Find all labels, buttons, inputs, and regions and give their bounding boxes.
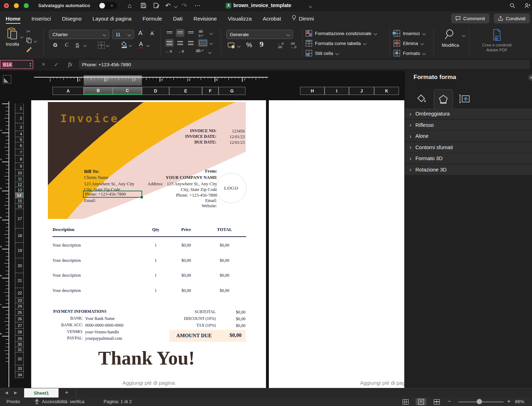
table-cell[interactable]: $0,00 [210,273,239,278]
column-header-b[interactable]: B [84,87,113,95]
edit-chevron[interactable] [462,34,466,37]
row-header-26[interactable]: 26 [15,316,24,322]
format-cells-button[interactable]: Formato [394,50,425,56]
pane-tab-fill-line[interactable] [412,89,431,108]
align-top-icon[interactable] [165,29,174,37]
align-left-icon[interactable] [165,39,174,47]
row-header-22[interactable]: 22 [15,288,24,298]
page-layout-view-button[interactable] [416,398,426,405]
row-header-6[interactable]: 6 [15,142,24,149]
table-cell[interactable]: Your description [52,273,141,278]
font-size-select[interactable]: 11 [112,30,134,39]
ribbon-tab-home[interactable]: Home [6,11,21,26]
search-icon[interactable] [510,3,515,9]
accounting-chevron[interactable] [237,44,241,48]
select-all-corner[interactable] [3,75,11,84]
row-header-10[interactable]: 10 [15,170,24,176]
row-header-16[interactable]: 16 [15,204,24,209]
bold-button[interactable]: G [53,42,57,48]
table-cell[interactable]: $0,00 [173,243,199,248]
decrease-indent-icon[interactable]: ←≡ [165,49,172,54]
table-cell[interactable]: Your description [52,243,141,248]
ribbon-tab-visualizza[interactable]: Visualizza [228,11,251,26]
column-header-f[interactable]: F [202,87,218,95]
column-header-e[interactable]: E [169,87,202,95]
row-header-9[interactable]: 9 [15,163,24,170]
add-sheet-icon[interactable]: + [65,389,68,396]
row-header-3[interactable]: 3 [15,123,24,131]
table-cell[interactable]: Your description [52,288,141,293]
row-header-13[interactable]: 13 [15,187,24,193]
row-header-19[interactable]: 19 [15,243,24,258]
fill-color-icon[interactable] [121,41,128,48]
confirm-entry-icon[interactable]: ✓ [54,61,59,68]
wrap-text-icon[interactable]: abc↩ [199,29,204,38]
more-commands-icon[interactable]: ⋯ [194,2,200,9]
borders-chevron[interactable] [106,44,110,47]
row-header-14[interactable]: 14 [15,193,24,198]
edit-find-button[interactable]: Modifica [439,28,462,48]
close-window-button[interactable] [4,3,9,8]
column-header-h[interactable]: H [300,87,325,95]
ribbon-tab-inserisci[interactable]: Inserisci [32,11,51,26]
row-header-15[interactable]: 15 [15,198,24,204]
pane-section-riflesso[interactable]: ›Riflesso [405,120,532,130]
borders-icon[interactable] [98,42,105,49]
row-header-2[interactable]: 2 [15,113,24,123]
pane-section-alone[interactable]: ›Alone [405,131,532,141]
pane-tab-size-properties[interactable] [455,89,473,108]
table-cell[interactable]: 1 [143,288,168,293]
close-pane-icon[interactable]: ✕ [528,74,532,81]
sheet-tab-sheet1[interactable]: Sheet1 [24,388,59,398]
table-cell[interactable]: 1 [143,243,168,248]
align-center-icon[interactable] [176,39,184,47]
merge-center-icon[interactable]: ↔ [198,39,208,47]
redo-icon[interactable]: ↷ [182,2,187,9]
pane-tab-effects[interactable] [434,89,453,108]
formula-input[interactable]: Phone: +123-456-7890 [79,60,530,69]
row-header-7[interactable]: 7 [15,149,24,156]
active-cell[interactable]: Phone: +123-456-7890 [83,191,142,198]
document-title[interactable]: brown_invoice_template [233,2,291,8]
comments-button[interactable]: Commenti [451,13,489,23]
accessibility-status[interactable]: Accessibilità: verifica [42,399,84,404]
copy-dropdown-chevron[interactable] [34,39,37,43]
share-button[interactable]: Condividi [494,13,530,23]
wrap-text-chevron[interactable] [210,32,213,35]
share-people-icon[interactable] [524,3,531,9]
table-cell[interactable]: $0,00 [173,273,199,278]
font-name-select[interactable]: Charter [49,30,109,39]
ribbon-tab-revisione[interactable]: Revisione [194,11,217,26]
column-header-c[interactable]: C [113,87,142,95]
undo-icon[interactable]: ↶ [165,2,171,9]
number-format-select[interactable]: Generale [226,30,293,39]
page-break-view-button[interactable] [431,398,442,405]
zoom-in-icon[interactable]: + [507,398,510,405]
table-cell[interactable]: $0,00 [173,258,199,263]
row-header-23[interactable]: 23 [15,298,24,303]
row-header-30[interactable]: 30 [15,342,24,347]
italic-button[interactable]: C [65,42,68,48]
table-cell[interactable]: 1 [143,273,168,278]
column-header-a[interactable]: A [52,87,84,95]
delete-cells-button[interactable]: Elimina [394,40,423,46]
zoom-slider-knob[interactable] [477,399,482,404]
insert-cells-button[interactable]: Inserisci [394,30,425,36]
undo-dropdown-chevron[interactable] [174,5,178,8]
font-color-icon[interactable]: A [139,41,143,49]
row-header-12[interactable]: 12 [15,182,24,187]
underline-button[interactable]: S [76,42,79,48]
row-header-8[interactable]: 8 [15,156,24,163]
row-header-24[interactable]: 24 [15,303,24,309]
name-box[interactable]: B14 ▲▼ [0,60,33,69]
increase-indent-icon[interactable]: →≡ [177,49,184,54]
row-header-1[interactable]: 1 [15,103,24,113]
increase-decimal-icon[interactable]: ←.0.00 [277,42,283,49]
cut-icon[interactable]: ✂ [26,28,31,35]
minimize-window-button[interactable] [14,3,19,8]
format-painter-icon[interactable] [26,47,33,54]
copy-icon[interactable] [26,38,32,43]
row-header-18[interactable]: 18 [15,229,24,243]
name-box-spinner[interactable]: ▲▼ [29,61,32,68]
ribbon-tab-disegno[interactable]: Disegno [62,11,82,26]
